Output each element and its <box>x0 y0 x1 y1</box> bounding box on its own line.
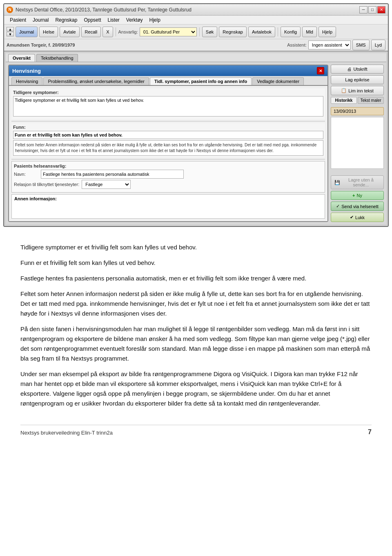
assistent-select[interactable]: Ingen assistent <box>308 40 351 49</box>
modal-content: Tidligere symptomer: Tidligere symptomer… <box>9 86 327 221</box>
paragraph-4: Feltet som heter Annen informasjon neder… <box>20 289 372 318</box>
nav-arrows: ▲ ▼ <box>7 27 14 36</box>
lagre-label: Lagre uten å sende... <box>342 177 380 187</box>
lukk-button[interactable]: ✔ Lukk <box>331 213 384 222</box>
menu-regnskap[interactable]: Regnskap <box>52 16 80 24</box>
journal-button[interactable]: Journal <box>16 27 38 37</box>
right-sidebar: 🖨 Utskrift Lag epikrise 📋 Lim inn tekst … <box>331 65 384 222</box>
funn-text-box: Funn er et frivillig felt som kan fylles… <box>13 131 323 139</box>
lag-epikrise-label: Lag epikrise <box>345 77 369 82</box>
ny-button[interactable]: + Ny <box>331 191 384 200</box>
lukk-label: Lukk <box>355 215 365 220</box>
annen-informasjon-input[interactable] <box>14 202 322 219</box>
toolbar-row2: Amundsen Torgeir, f. 20/09/1979 Assisten… <box>4 39 388 52</box>
send-button[interactable]: ✓ Send via helsenett <box>331 202 384 211</box>
divider1 <box>11 121 325 121</box>
menu-oppsett[interactable]: Oppsett <box>80 16 104 24</box>
avtalebok-button[interactable]: Avtalebok <box>248 27 275 37</box>
pasients-helseansvarlig-section: Pasients helseansvarlig: Navn: Relasjon … <box>11 161 325 193</box>
modal-title: Henvisning <box>12 68 41 74</box>
x-button[interactable]: X <box>102 27 113 37</box>
title-bar-controls: ─ □ ✕ <box>359 6 385 13</box>
konfig-button[interactable]: Konfig <box>281 27 301 37</box>
menu-lister[interactable]: Lister <box>104 16 122 24</box>
relasjon-select[interactable]: Fastlege <box>82 180 131 189</box>
modal-tab-problemstilling[interactable]: Problemstilling, ønsket undersøkelse, le… <box>43 77 149 85</box>
checkmark-icon: ✔ <box>350 215 354 220</box>
annen-informasjon-label: Annen informasjon: <box>14 196 322 201</box>
utskrift-button[interactable]: 🖨 Utskrift <box>331 65 384 74</box>
nav-down-arrow[interactable]: ▼ <box>7 32 14 36</box>
ny-label: Ny <box>356 193 362 198</box>
menu-hjelp[interactable]: Hjelp <box>146 16 164 24</box>
ansvarlig-label: Ansvarlig: <box>118 29 138 34</box>
lim-inn-tekst-label: Lim inn tekst <box>348 88 374 93</box>
tekst-maler-tab[interactable]: Tekst maler <box>358 97 384 104</box>
menu-bar: Pasient Journal Regnskap Oppsett Lister … <box>4 16 388 25</box>
nav-up-arrow[interactable]: ▲ <box>7 27 14 31</box>
page-number: 7 <box>368 428 372 436</box>
page-footer: Nextsys brukerveiledning Elin-T trinn2a … <box>20 425 372 436</box>
assistent-label: Assistent: <box>287 43 307 47</box>
modal-tab-henvisning[interactable]: Henvisning <box>11 77 42 85</box>
navn-label: Navn: <box>14 172 38 177</box>
separator3 <box>278 27 278 36</box>
paragraph-3: Fastlege hentes fra pasientens personali… <box>20 274 372 283</box>
historikk-tabs: Historikk Tekst maler <box>331 97 384 104</box>
date-entry[interactable]: 13/09/2013 <box>331 107 384 115</box>
funn-section: Funn: Funn er et frivillig felt som kan … <box>11 123 325 157</box>
navn-input[interactable] <box>41 170 184 179</box>
sidebar-spacer <box>331 170 384 174</box>
hjelp-button[interactable]: Hjelp <box>318 27 336 37</box>
historikk-tab[interactable]: Historikk <box>331 97 357 104</box>
menu-pasient[interactable]: Pasient <box>7 16 29 24</box>
separator1 <box>116 27 116 36</box>
recall-button[interactable]: Recall <box>81 27 101 37</box>
plus-icon: + <box>352 193 355 198</box>
paragraph-2: Funn er et frivillig felt som kan fylles… <box>20 258 372 268</box>
tidligere-symptomer-input[interactable]: Tidligere symptomer er et frivillig felt… <box>13 96 323 117</box>
modal-tabs: Henvisning Problemstilling, ønsket under… <box>9 76 327 86</box>
tab-oversikt[interactable]: Oversikt <box>8 54 35 62</box>
lim-inn-tekst-button[interactable]: 📋 Lim inn tekst <box>331 86 384 95</box>
modal-close-button[interactable]: ✕ <box>317 67 324 74</box>
mld-button[interactable]: Mld <box>302 27 317 37</box>
pasients-helseansvarlig-label: Pasients helseansvarlig: <box>14 164 323 168</box>
divider2 <box>11 159 325 159</box>
lagre-button[interactable]: 💾 Lagre uten å sende... <box>331 175 384 189</box>
title-bar-left: N Nextsys Dental Office, 20/10/2013, Tan… <box>7 7 192 13</box>
paragraph-5: På den siste fanen i henvisningsmodulen … <box>20 324 372 363</box>
funn-label: Funn: <box>13 125 323 130</box>
send-icon: ✓ <box>336 204 340 209</box>
sms-button[interactable]: SMS <box>352 40 370 50</box>
modal-henvisning: Henvisning ✕ Henvisning Problemstilling,… <box>8 65 328 222</box>
maximize-button[interactable]: □ <box>368 6 376 13</box>
history-list <box>331 117 384 169</box>
lag-epikrise-button[interactable]: Lag epikrise <box>331 75 384 84</box>
minimize-button[interactable]: ─ <box>359 6 368 13</box>
separator2 <box>199 27 200 36</box>
title-bar-text: Nextsys Dental Office, 20/10/2013, Tannl… <box>16 7 192 13</box>
sok-button[interactable]: Søk <box>202 27 218 37</box>
main-application-window: N Nextsys Dental Office, 20/10/2013, Tan… <box>3 3 389 227</box>
modal-tab-tidl-symptomer[interactable]: Tidl. symptomer, pasient info og annen i… <box>150 77 252 85</box>
tab-tekstbehandling[interactable]: Tekstbehandling <box>36 54 78 62</box>
helse-button[interactable]: Helse <box>39 27 58 37</box>
tidligere-symptomer-section: Tidligere symptomer: Tidligere symptomer… <box>11 88 325 119</box>
lyd-button[interactable]: Lyd <box>371 40 385 50</box>
patient-name-label: Amundsen Torgeir, f. 20/09/1979 <box>7 43 285 47</box>
navn-row: Navn: <box>14 170 323 179</box>
toolbar-row1: ▲ ▼ Journal Helse Avtale Recall X Ansvar… <box>4 25 388 39</box>
regnskap-button[interactable]: Regnskap <box>219 27 247 37</box>
printer-icon: 🖨 <box>347 67 352 72</box>
relasjon-label: Relasjon til tilknyttet tjenesteyter: <box>14 182 79 187</box>
utskrift-label: Utskrift <box>353 67 367 72</box>
close-button[interactable]: ✕ <box>377 6 385 13</box>
modal-tab-vedlagte[interactable]: Vedlagte dokumenter <box>252 77 304 85</box>
menu-journal[interactable]: Journal <box>29 16 52 24</box>
funn-text: Funn er et frivillig felt som kan fylles… <box>15 132 322 137</box>
ansvarlig-select[interactable]: 01. Guttulsrud Per <box>140 27 197 36</box>
title-bar: N Nextsys Dental Office, 20/10/2013, Tan… <box>4 4 388 16</box>
menu-verktoy[interactable]: Verktøy <box>123 16 146 24</box>
avtale-button[interactable]: Avtale <box>60 27 79 37</box>
